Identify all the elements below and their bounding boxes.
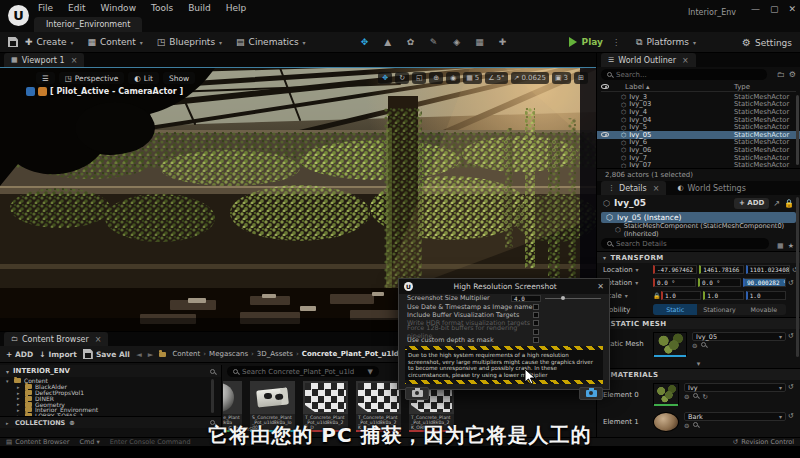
checkbox[interactable] [533, 312, 539, 318]
scale-z-field[interactable]: 1.0 [746, 291, 786, 300]
close-tab-icon[interactable]: × [95, 335, 102, 344]
browse-to-asset-icon[interactable] [693, 393, 698, 398]
forward-icon[interactable]: ► [148, 350, 154, 359]
reset-material0-icon[interactable]: ↺ [786, 383, 796, 391]
viewport-chip-icon[interactable] [26, 87, 35, 96]
sources-header[interactable]: ▾ INTERIOR_ENV [0, 365, 221, 377]
checkbox[interactable] [533, 304, 539, 310]
slider-handle[interactable] [561, 296, 565, 300]
location-label[interactable]: Location▾ [603, 266, 653, 274]
asset-search-input[interactable]: Search Concrete_Plant_Pot_u1ld ▼ [227, 366, 379, 377]
menu-item[interactable]: Tools [151, 3, 173, 13]
reset-material1-icon[interactable]: ↺ [786, 412, 796, 420]
viewport-menu-button[interactable]: ☰ [36, 72, 55, 84]
grid-snap-button[interactable]: ▦ 5 [463, 72, 482, 84]
new-folder-icon[interactable]: 🗀 [777, 70, 785, 79]
reset-rotation-icon[interactable]: ↺ [786, 279, 796, 287]
multiplier-value-field[interactable]: 4.0 [511, 295, 541, 302]
browse-icon[interactable]: ↗ [773, 199, 780, 208]
content-browser-tab[interactable]: 🗀 Content Browser × [4, 332, 108, 346]
mobility-option[interactable]: Stationary [697, 304, 741, 315]
material0-dropdown[interactable]: Ivy▾ [684, 383, 786, 392]
label-column-header[interactable]: Label ▴ [625, 83, 650, 91]
maximize-button[interactable]: ▢ [770, 4, 779, 14]
browse-to-asset-icon[interactable] [701, 342, 706, 347]
outliner-settings-icon[interactable]: ⚙ [789, 70, 796, 79]
breadcrumb-item[interactable]: Content [172, 350, 206, 358]
import-button[interactable]: ↓Import [39, 350, 77, 359]
eject-pilot-icon[interactable] [38, 87, 47, 96]
close-tab-icon[interactable]: × [71, 56, 78, 65]
details-search-input[interactable]: Search Details [601, 238, 769, 249]
show-dropdown[interactable]: Show [163, 72, 195, 84]
mobility-option[interactable]: Static [653, 304, 697, 315]
close-dialog-icon[interactable]: ✕ [597, 282, 604, 291]
lit-dropdown[interactable]: ◐Lit [128, 72, 159, 84]
scale-x-field[interactable]: 1.0 [661, 291, 701, 300]
static-mesh-dropdown[interactable]: Ivy_05▾ [692, 332, 786, 341]
settings-button[interactable]: ⚙ Settings [742, 32, 792, 53]
world-settings-tab[interactable]: ◐ World Settings [670, 181, 752, 195]
create-button[interactable]: ✚Create▾ [18, 32, 80, 53]
breadcrumb-item[interactable]: 3D_Assets [257, 350, 299, 358]
dialog-title-bar[interactable]: U High Resolution Screenshot ✕ [399, 279, 609, 294]
outliner-scrollbar[interactable] [796, 95, 799, 165]
select-mode-icon[interactable]: ✥ [359, 37, 371, 47]
favorites-icon[interactable]: ★ [788, 242, 794, 250]
transform-section-header[interactable]: ▾TRANSFORM [597, 251, 800, 263]
minimize-button[interactable]: — [751, 4, 760, 14]
save-icon[interactable] [8, 37, 18, 47]
mesh-paint-mode-icon[interactable]: ✎ [428, 37, 440, 47]
platforms-button[interactable]: ⧉Platforms▾ [629, 32, 703, 53]
play-options-icon[interactable]: ⋮ [612, 38, 620, 47]
rotation-z-field[interactable]: 90.000282 ° [743, 278, 786, 287]
save-all-button[interactable]: Save All [83, 349, 130, 359]
tree-scrollbar[interactable] [211, 379, 214, 413]
camera-speed-button[interactable]: ▣ 3 [552, 72, 571, 84]
component-row[interactable]: ⬡ StaticMeshComponent (StaticMeshCompone… [597, 224, 800, 235]
viewport-tab[interactable]: ▦ Viewport 1 × [4, 53, 84, 67]
cinematics-button[interactable]: ▤Cinematics▾ [229, 32, 313, 53]
close-button[interactable]: ✕ [788, 4, 796, 14]
scale-snap-button[interactable]: ↗ 0.0625 [511, 72, 549, 84]
fracture-mode-icon[interactable]: ◈ [451, 37, 463, 47]
add-asset-button[interactable]: + ADD [6, 350, 33, 359]
move-tool-icon[interactable]: ✥ [378, 72, 392, 84]
static-mesh-thumbnail[interactable] [653, 332, 687, 356]
rotation-snap-button[interactable]: ∠ 5° [485, 72, 507, 84]
brush-edit-mode-icon[interactable]: ▦ [474, 37, 486, 47]
breadcrumb-item[interactable]: Megascans [209, 350, 254, 358]
play-icon[interactable] [569, 37, 577, 47]
details-tab[interactable]: ⋮ Details × [601, 181, 666, 195]
use-selected-icon[interactable]: ⊖ [692, 342, 697, 350]
checkbox[interactable] [533, 337, 539, 343]
rotation-x-field[interactable]: 0.0 ° [653, 278, 696, 287]
material0-thumbnail[interactable] [653, 383, 679, 405]
close-tab-icon[interactable]: × [653, 184, 660, 193]
reset-static-mesh-icon[interactable]: ↺ [786, 332, 796, 340]
location-z-field[interactable]: 1101.023408 [746, 265, 790, 274]
scale-lock-icon[interactable]: 🔒 [653, 292, 661, 299]
materials-section-header[interactable]: ▾MATERIALS [597, 368, 800, 380]
type-column-header[interactable]: Type [734, 83, 796, 91]
foliage-mode-icon[interactable]: ✿ [405, 37, 417, 47]
menu-item[interactable]: File [38, 3, 53, 13]
blueprints-button[interactable]: ◳Blueprints▾ [150, 32, 229, 53]
menu-item[interactable]: Window [101, 3, 137, 13]
convert-material-icon[interactable]: ↻ [702, 393, 707, 401]
display-filter-icon[interactable]: ▦ [777, 242, 784, 250]
use-selected-icon[interactable]: ⊖ [684, 393, 689, 401]
back-icon[interactable]: ◄ [136, 350, 142, 359]
landscape-mode-icon[interactable]: ▲ [382, 37, 394, 47]
scale-tool-icon[interactable]: ◱ [412, 72, 426, 84]
scale-label[interactable]: Scale▾ [603, 292, 653, 300]
add-component-button[interactable]: + ADD [734, 198, 769, 209]
level-tab[interactable]: Interior_Environment [34, 17, 142, 32]
maximize-viewport-icon[interactable]: ⊞ [574, 72, 588, 84]
checkbox[interactable] [533, 329, 539, 335]
menu-item[interactable]: Help [226, 3, 247, 13]
lock-icon[interactable]: 🔒 [784, 199, 794, 208]
eye-icon[interactable] [601, 132, 609, 137]
filter-icon[interactable]: ▼ [368, 368, 373, 376]
world-space-icon[interactable]: ⊕ [429, 72, 443, 84]
